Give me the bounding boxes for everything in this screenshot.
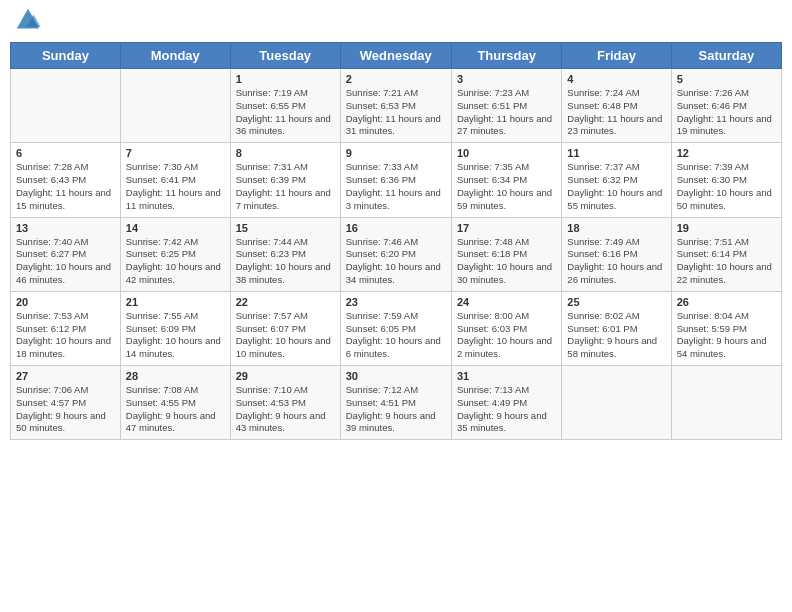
day-info: Sunrise: 7:51 AM Sunset: 6:14 PM Dayligh… (677, 236, 776, 287)
day-number: 19 (677, 222, 776, 234)
calendar-cell: 9Sunrise: 7:33 AM Sunset: 6:36 PM Daylig… (340, 143, 451, 217)
week-row-3: 13Sunrise: 7:40 AM Sunset: 6:27 PM Dayli… (11, 217, 782, 291)
day-number: 16 (346, 222, 446, 234)
day-header-tuesday: Tuesday (230, 43, 340, 69)
calendar-header-row: SundayMondayTuesdayWednesdayThursdayFrid… (11, 43, 782, 69)
calendar-cell: 23Sunrise: 7:59 AM Sunset: 6:05 PM Dayli… (340, 291, 451, 365)
day-number: 4 (567, 73, 665, 85)
day-number: 21 (126, 296, 225, 308)
day-info: Sunrise: 7:57 AM Sunset: 6:07 PM Dayligh… (236, 310, 335, 361)
calendar-cell: 11Sunrise: 7:37 AM Sunset: 6:32 PM Dayli… (562, 143, 671, 217)
day-info: Sunrise: 7:06 AM Sunset: 4:57 PM Dayligh… (16, 384, 115, 435)
day-number: 22 (236, 296, 335, 308)
day-info: Sunrise: 7:37 AM Sunset: 6:32 PM Dayligh… (567, 161, 665, 212)
day-number: 29 (236, 370, 335, 382)
day-header-wednesday: Wednesday (340, 43, 451, 69)
logo-icon (14, 6, 42, 34)
day-info: Sunrise: 8:04 AM Sunset: 5:59 PM Dayligh… (677, 310, 776, 361)
day-info: Sunrise: 7:30 AM Sunset: 6:41 PM Dayligh… (126, 161, 225, 212)
day-info: Sunrise: 7:40 AM Sunset: 6:27 PM Dayligh… (16, 236, 115, 287)
day-number: 23 (346, 296, 446, 308)
day-number: 17 (457, 222, 556, 234)
day-info: Sunrise: 7:59 AM Sunset: 6:05 PM Dayligh… (346, 310, 446, 361)
day-info: Sunrise: 7:53 AM Sunset: 6:12 PM Dayligh… (16, 310, 115, 361)
day-number: 1 (236, 73, 335, 85)
calendar-cell: 12Sunrise: 7:39 AM Sunset: 6:30 PM Dayli… (671, 143, 781, 217)
day-number: 13 (16, 222, 115, 234)
day-number: 31 (457, 370, 556, 382)
day-number: 5 (677, 73, 776, 85)
calendar-cell: 17Sunrise: 7:48 AM Sunset: 6:18 PM Dayli… (451, 217, 561, 291)
calendar-cell: 3Sunrise: 7:23 AM Sunset: 6:51 PM Daylig… (451, 69, 561, 143)
calendar-cell: 25Sunrise: 8:02 AM Sunset: 6:01 PM Dayli… (562, 291, 671, 365)
day-info: Sunrise: 7:19 AM Sunset: 6:55 PM Dayligh… (236, 87, 335, 138)
day-number: 28 (126, 370, 225, 382)
day-info: Sunrise: 7:10 AM Sunset: 4:53 PM Dayligh… (236, 384, 335, 435)
page-header (10, 10, 782, 34)
calendar-cell: 16Sunrise: 7:46 AM Sunset: 6:20 PM Dayli… (340, 217, 451, 291)
calendar-cell: 28Sunrise: 7:08 AM Sunset: 4:55 PM Dayli… (120, 366, 230, 440)
day-info: Sunrise: 7:31 AM Sunset: 6:39 PM Dayligh… (236, 161, 335, 212)
day-info: Sunrise: 7:35 AM Sunset: 6:34 PM Dayligh… (457, 161, 556, 212)
calendar-cell (671, 366, 781, 440)
calendar-cell: 8Sunrise: 7:31 AM Sunset: 6:39 PM Daylig… (230, 143, 340, 217)
day-info: Sunrise: 8:02 AM Sunset: 6:01 PM Dayligh… (567, 310, 665, 361)
day-info: Sunrise: 7:39 AM Sunset: 6:30 PM Dayligh… (677, 161, 776, 212)
day-number: 20 (16, 296, 115, 308)
day-number: 7 (126, 147, 225, 159)
calendar-cell (11, 69, 121, 143)
day-number: 8 (236, 147, 335, 159)
calendar-cell: 29Sunrise: 7:10 AM Sunset: 4:53 PM Dayli… (230, 366, 340, 440)
week-row-5: 27Sunrise: 7:06 AM Sunset: 4:57 PM Dayli… (11, 366, 782, 440)
day-number: 10 (457, 147, 556, 159)
calendar-cell: 18Sunrise: 7:49 AM Sunset: 6:16 PM Dayli… (562, 217, 671, 291)
calendar-cell: 22Sunrise: 7:57 AM Sunset: 6:07 PM Dayli… (230, 291, 340, 365)
day-header-thursday: Thursday (451, 43, 561, 69)
day-number: 2 (346, 73, 446, 85)
day-number: 15 (236, 222, 335, 234)
calendar-cell: 26Sunrise: 8:04 AM Sunset: 5:59 PM Dayli… (671, 291, 781, 365)
day-number: 24 (457, 296, 556, 308)
calendar-cell: 20Sunrise: 7:53 AM Sunset: 6:12 PM Dayli… (11, 291, 121, 365)
calendar-cell: 19Sunrise: 7:51 AM Sunset: 6:14 PM Dayli… (671, 217, 781, 291)
day-info: Sunrise: 7:13 AM Sunset: 4:49 PM Dayligh… (457, 384, 556, 435)
day-header-saturday: Saturday (671, 43, 781, 69)
calendar-cell: 24Sunrise: 8:00 AM Sunset: 6:03 PM Dayli… (451, 291, 561, 365)
day-number: 25 (567, 296, 665, 308)
day-info: Sunrise: 7:55 AM Sunset: 6:09 PM Dayligh… (126, 310, 225, 361)
calendar-cell: 21Sunrise: 7:55 AM Sunset: 6:09 PM Dayli… (120, 291, 230, 365)
calendar-cell (562, 366, 671, 440)
day-number: 9 (346, 147, 446, 159)
day-info: Sunrise: 7:49 AM Sunset: 6:16 PM Dayligh… (567, 236, 665, 287)
calendar: SundayMondayTuesdayWednesdayThursdayFrid… (10, 42, 782, 440)
day-number: 30 (346, 370, 446, 382)
calendar-cell: 13Sunrise: 7:40 AM Sunset: 6:27 PM Dayli… (11, 217, 121, 291)
day-info: Sunrise: 7:08 AM Sunset: 4:55 PM Dayligh… (126, 384, 225, 435)
day-number: 6 (16, 147, 115, 159)
day-number: 3 (457, 73, 556, 85)
calendar-cell: 27Sunrise: 7:06 AM Sunset: 4:57 PM Dayli… (11, 366, 121, 440)
day-info: Sunrise: 7:26 AM Sunset: 6:46 PM Dayligh… (677, 87, 776, 138)
day-info: Sunrise: 7:33 AM Sunset: 6:36 PM Dayligh… (346, 161, 446, 212)
day-info: Sunrise: 7:28 AM Sunset: 6:43 PM Dayligh… (16, 161, 115, 212)
day-info: Sunrise: 7:21 AM Sunset: 6:53 PM Dayligh… (346, 87, 446, 138)
day-info: Sunrise: 7:23 AM Sunset: 6:51 PM Dayligh… (457, 87, 556, 138)
calendar-cell: 6Sunrise: 7:28 AM Sunset: 6:43 PM Daylig… (11, 143, 121, 217)
calendar-cell: 10Sunrise: 7:35 AM Sunset: 6:34 PM Dayli… (451, 143, 561, 217)
day-number: 18 (567, 222, 665, 234)
calendar-cell: 15Sunrise: 7:44 AM Sunset: 6:23 PM Dayli… (230, 217, 340, 291)
day-info: Sunrise: 8:00 AM Sunset: 6:03 PM Dayligh… (457, 310, 556, 361)
week-row-1: 1Sunrise: 7:19 AM Sunset: 6:55 PM Daylig… (11, 69, 782, 143)
day-header-sunday: Sunday (11, 43, 121, 69)
calendar-cell: 2Sunrise: 7:21 AM Sunset: 6:53 PM Daylig… (340, 69, 451, 143)
calendar-cell (120, 69, 230, 143)
week-row-4: 20Sunrise: 7:53 AM Sunset: 6:12 PM Dayli… (11, 291, 782, 365)
calendar-cell: 5Sunrise: 7:26 AM Sunset: 6:46 PM Daylig… (671, 69, 781, 143)
day-number: 27 (16, 370, 115, 382)
day-info: Sunrise: 7:44 AM Sunset: 6:23 PM Dayligh… (236, 236, 335, 287)
day-info: Sunrise: 7:24 AM Sunset: 6:48 PM Dayligh… (567, 87, 665, 138)
day-info: Sunrise: 7:48 AM Sunset: 6:18 PM Dayligh… (457, 236, 556, 287)
calendar-cell: 1Sunrise: 7:19 AM Sunset: 6:55 PM Daylig… (230, 69, 340, 143)
day-number: 12 (677, 147, 776, 159)
day-number: 11 (567, 147, 665, 159)
